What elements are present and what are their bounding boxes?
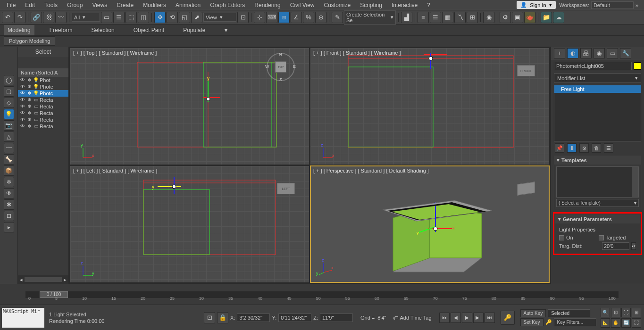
next-frame-button[interactable]: ▶| bbox=[473, 313, 484, 323]
tab-selection[interactable]: Selection bbox=[87, 25, 118, 35]
manipulate-button[interactable]: ⊹ bbox=[254, 12, 265, 23]
isolate-selection-icon[interactable]: ⊡ bbox=[204, 312, 215, 323]
scene-item[interactable]: 👁❄💡Phote bbox=[18, 83, 68, 90]
add-time-tag[interactable]: Add Time Tag bbox=[400, 315, 432, 321]
scene-item-selected[interactable]: 👁❄💡Photc bbox=[18, 90, 68, 97]
zoom-icon[interactable]: 🔍 bbox=[601, 308, 610, 317]
key-icon[interactable]: 🔑 bbox=[545, 319, 552, 325]
key-mode-icon[interactable]: 🔑 bbox=[501, 311, 515, 325]
display-containers-icon[interactable]: 📦 bbox=[4, 165, 14, 176]
pan-icon[interactable]: ✋ bbox=[611, 318, 620, 328]
display-shapes-icon[interactable]: ◇ bbox=[4, 98, 14, 108]
setkey-button[interactable]: Set Key bbox=[520, 318, 544, 326]
workspaces-menu-icon[interactable]: » bbox=[636, 2, 638, 8]
selection-filter-dropdown[interactable]: All▾ bbox=[72, 13, 100, 22]
menu-group[interactable]: Group bbox=[62, 0, 87, 10]
field-of-view-icon[interactable]: 📐 bbox=[601, 318, 610, 328]
menu-tools[interactable]: Tools bbox=[40, 0, 62, 10]
general-parameters-header[interactable]: ▾General Parameters bbox=[555, 214, 640, 223]
tab-objectpaint[interactable]: Object Paint bbox=[130, 25, 168, 35]
redo-button[interactable]: ↷ bbox=[14, 12, 25, 23]
goto-start-button[interactable]: ⏮ bbox=[439, 313, 450, 323]
templates-header[interactable]: ▾Templates bbox=[554, 156, 641, 165]
menu-rendering[interactable]: Rendering bbox=[250, 0, 285, 10]
show-end-result-icon[interactable]: Ⅱ bbox=[567, 143, 577, 153]
templates-scrollbar[interactable] bbox=[632, 167, 638, 197]
menu-views[interactable]: Views bbox=[87, 0, 112, 10]
scene-item[interactable]: 👁❄▭Recta bbox=[18, 116, 68, 123]
pivot-button[interactable]: ⊡ bbox=[237, 12, 249, 23]
display-all-icon[interactable]: ◯ bbox=[4, 75, 14, 85]
tab-modeling[interactable]: Modeling bbox=[4, 25, 34, 35]
spinner-snap-button[interactable]: ⊕ bbox=[315, 12, 326, 23]
targ-dist-spinner[interactable]: ▴▾ bbox=[631, 242, 636, 250]
scene-item[interactable]: 👁❄▭Recta bbox=[18, 103, 68, 110]
sign-in-button[interactable]: 👤 Sign In ▾ bbox=[517, 1, 555, 9]
maximize-viewport-icon[interactable]: ⛶ bbox=[632, 318, 641, 328]
object-name-input[interactable] bbox=[554, 62, 632, 70]
render-button[interactable]: 🫖 bbox=[524, 12, 535, 23]
modifier-stack[interactable]: Free Light bbox=[554, 85, 641, 141]
display-spacewarps-icon[interactable]: 〰 bbox=[4, 143, 14, 153]
render-setup-button[interactable]: ⚙ bbox=[500, 12, 511, 23]
polygon-modeling-button[interactable]: Polygon Modeling bbox=[4, 36, 55, 46]
viewcube[interactable]: TOP NSEW bbox=[267, 53, 295, 81]
tab-freeform[interactable]: Freeform bbox=[46, 25, 76, 35]
menu-modifiers[interactable]: Modifiers bbox=[138, 0, 171, 10]
ribbon-dropdown-icon[interactable]: ▾ bbox=[221, 25, 231, 35]
curve-editor-button[interactable]: 〽 bbox=[454, 12, 466, 23]
viewcube-left[interactable]: LEFT bbox=[277, 183, 295, 194]
ref-coord-dropdown[interactable]: View▾ bbox=[203, 13, 236, 22]
x-input[interactable] bbox=[237, 314, 270, 322]
display-cameras-icon[interactable]: 📷 bbox=[4, 120, 14, 131]
align-button[interactable]: ≡ bbox=[418, 12, 429, 23]
window-crossing-button[interactable]: ◫ bbox=[138, 12, 149, 23]
goto-end-button[interactable]: ⏭ bbox=[485, 313, 495, 323]
percent-snap-button[interactable]: % bbox=[303, 12, 314, 23]
display-lights-icon[interactable]: 💡 bbox=[4, 109, 14, 119]
templates-list[interactable] bbox=[556, 166, 639, 198]
menu-scripting[interactable]: Scripting bbox=[355, 0, 387, 10]
z-input[interactable] bbox=[320, 314, 353, 322]
viewport-top-label[interactable]: [ + ] [ Top ] [ Standard ] [ Wireframe ] bbox=[73, 50, 157, 56]
remove-modifier-icon[interactable]: 🗑 bbox=[592, 143, 601, 153]
tab-populate[interactable]: Populate bbox=[179, 25, 209, 35]
object-color-swatch[interactable] bbox=[634, 62, 641, 70]
scene-column-header[interactable]: Name (Sorted A bbox=[18, 68, 68, 77]
rotate-button[interactable]: ⟲ bbox=[167, 12, 178, 23]
menu-grapheditors[interactable]: Graph Editors bbox=[205, 0, 250, 10]
scene-item[interactable]: 👁❄💡Phot bbox=[18, 77, 68, 83]
select-by-name-button[interactable]: ☰ bbox=[113, 12, 125, 23]
targeted-checkbox[interactable] bbox=[599, 235, 604, 240]
scene-item[interactable]: 👁❄▭Recta bbox=[18, 97, 68, 103]
modifier-list-dropdown[interactable]: Modifier List▾ bbox=[554, 73, 641, 83]
bind-spacewarp-button[interactable]: 〰 bbox=[55, 12, 67, 23]
angle-snap-button[interactable]: ∠ bbox=[291, 12, 302, 23]
display-bones-icon[interactable]: 🦴 bbox=[4, 154, 14, 165]
menu-help-icon[interactable]: ? bbox=[422, 0, 435, 10]
scene-item[interactable]: 👁❄▭Recta bbox=[18, 123, 68, 130]
workspaces-dropdown[interactable] bbox=[591, 1, 634, 9]
hierarchy-tab-icon[interactable]: 品 bbox=[580, 48, 592, 58]
edit-named-sel-button[interactable]: ✎ bbox=[332, 12, 343, 23]
y-input[interactable] bbox=[278, 314, 311, 322]
mirror-button[interactable]: ▟ bbox=[401, 12, 412, 23]
unlink-button[interactable]: ⛓ bbox=[43, 12, 54, 23]
make-unique-icon[interactable]: ⊗ bbox=[579, 143, 589, 153]
undo-button[interactable]: ↶ bbox=[2, 12, 13, 23]
selection-lock-icon[interactable]: 🔒 bbox=[217, 312, 228, 323]
placement-button[interactable]: ⬈ bbox=[191, 12, 202, 23]
orbit-icon[interactable]: 🔄 bbox=[621, 318, 631, 328]
display-expand-icon[interactable]: ▸ bbox=[4, 222, 14, 232]
display-geometry-icon[interactable]: ▢ bbox=[4, 86, 14, 97]
viewport-front-label[interactable]: [ + ] [ Front ] [ Standard ] [ Wireframe… bbox=[313, 50, 401, 56]
display-hidden-icon[interactable]: 👁 bbox=[4, 188, 14, 198]
viewport-perspective-label[interactable]: [ + ] [ Perspective ] [ Standard ] [ Def… bbox=[313, 168, 429, 173]
modify-tab-icon[interactable]: ◐ bbox=[567, 48, 578, 58]
material-editor-button[interactable]: ◉ bbox=[483, 12, 494, 23]
link-button[interactable]: 🔗 bbox=[31, 12, 42, 23]
template-select-dropdown[interactable]: ( Select a Template)▾ bbox=[556, 199, 639, 207]
layers-button[interactable]: ☰ bbox=[430, 12, 441, 23]
snap-toggle-button[interactable]: ⧇ bbox=[278, 12, 290, 23]
viewport-front[interactable]: [ + ] [ Front ] [ Standard ] [ Wireframe… bbox=[310, 48, 549, 165]
